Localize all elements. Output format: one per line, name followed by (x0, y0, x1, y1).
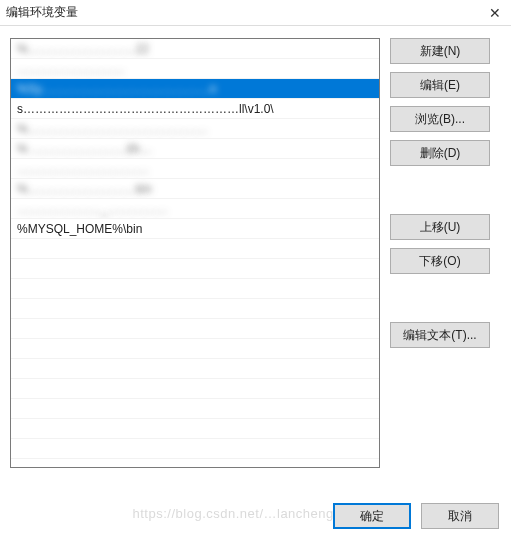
dialog-footer: 确定 取消 (333, 503, 499, 529)
list-item[interactable] (11, 419, 379, 439)
ok-button[interactable]: 确定 (333, 503, 411, 529)
list-item[interactable] (11, 339, 379, 359)
new-button[interactable]: 新建(N) (390, 38, 490, 64)
cancel-button[interactable]: 取消 (421, 503, 499, 529)
list-item[interactable] (11, 279, 379, 299)
list-item[interactable] (11, 259, 379, 279)
list-item[interactable] (11, 299, 379, 319)
list-item[interactable]: s………………………………………………ll\v1.0\ (11, 99, 379, 119)
edit-button[interactable]: 编辑(E) (390, 72, 490, 98)
list-item[interactable] (11, 319, 379, 339)
list-item[interactable] (11, 399, 379, 419)
move-down-button[interactable]: 下移(O) (390, 248, 490, 274)
delete-button[interactable]: 删除(D) (390, 140, 490, 166)
list-item[interactable]: %………………………bin (11, 179, 379, 199)
list-item[interactable] (11, 379, 379, 399)
close-icon[interactable]: ✕ (485, 5, 505, 21)
content-area: %………………………22………………………%Sy……………………………………ns… (0, 26, 511, 472)
side-buttons: 新建(N) 编辑(E) 浏览(B)... 删除(D) 上移(U) 下移(O) 编… (390, 38, 490, 468)
browse-button[interactable]: 浏览(B)... (390, 106, 490, 132)
path-listbox[interactable]: %………………………22………………………%Sy……………………………………ns… (10, 38, 380, 468)
edit-text-button[interactable]: 编辑文本(T)... (390, 322, 490, 348)
list-item[interactable]: %MYSQL_HOME%\bin (11, 219, 379, 239)
move-up-button[interactable]: 上移(U) (390, 214, 490, 240)
list-item[interactable] (11, 359, 379, 379)
list-item[interactable] (11, 239, 379, 259)
list-item[interactable]: …………………_…………… (11, 199, 379, 219)
list-item[interactable]: % ……………………ith… (11, 139, 379, 159)
titlebar: 编辑环境变量 ✕ (0, 0, 511, 26)
list-item[interactable]: %……………………………………… (11, 119, 379, 139)
window-title: 编辑环境变量 (6, 4, 485, 21)
list-item[interactable]: …………………………… (11, 159, 379, 179)
list-item[interactable]: %………………………22 (11, 39, 379, 59)
list-item[interactable]: %Sy……………………………………n (11, 79, 379, 99)
list-item[interactable] (11, 439, 379, 459)
list-item[interactable]: ……………………… (11, 59, 379, 79)
